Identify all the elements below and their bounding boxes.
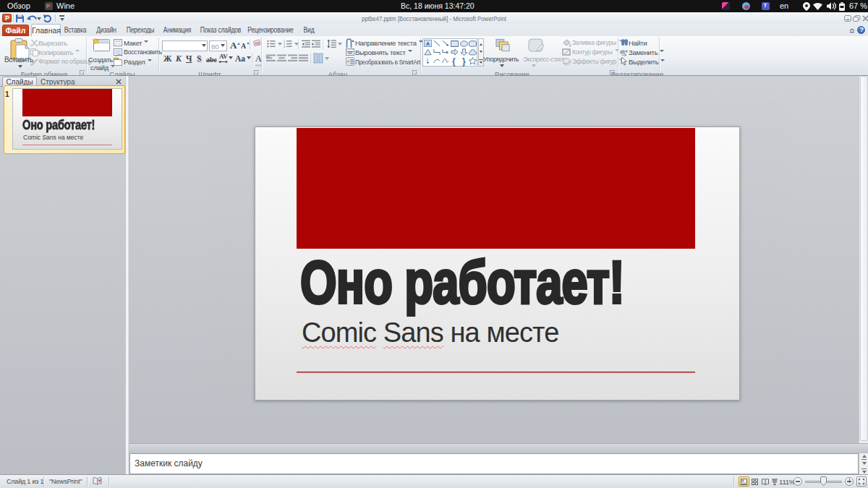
svg-text:АБ: АБ — [255, 41, 260, 46]
svg-text:ab: ab — [620, 49, 625, 54]
svg-text:3: 3 — [284, 45, 286, 48]
